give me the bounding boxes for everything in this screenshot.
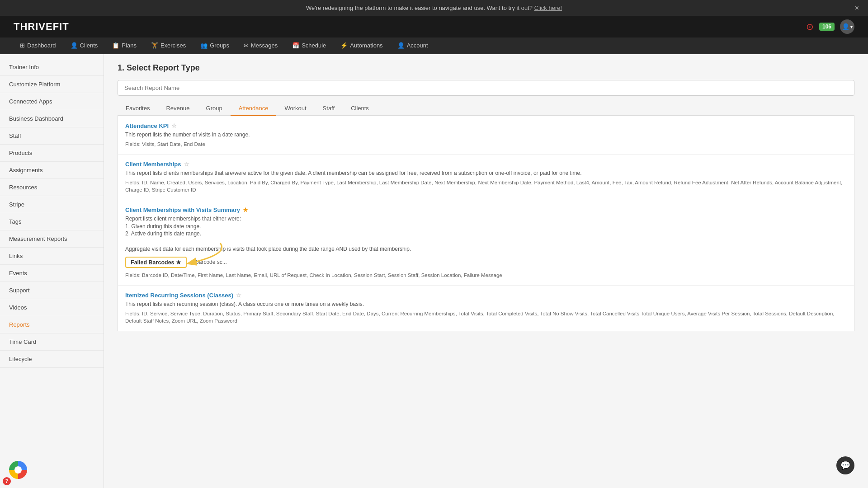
main-navigation: ⊞ Dashboard 👤 Clients 📋 Plans 🏋 Exercise… [0, 38, 868, 54]
tab-workout[interactable]: Workout [276, 101, 314, 116]
automations-icon: ⚡ [340, 42, 348, 49]
report-desc-attendance-kpi: This report lists the number of visits i… [125, 131, 847, 139]
schedule-icon: 📅 [292, 42, 299, 49]
star-client-memberships-visits[interactable]: ★ [243, 206, 248, 213]
nav-item-groups[interactable]: 👥 Groups [194, 38, 236, 54]
announcement-close-button[interactable]: × [855, 4, 859, 12]
nav-item-plans[interactable]: 📋 Plans [106, 38, 143, 54]
top-navigation: THRIVEFIT ⊙ 106 👤 ▾ [0, 16, 868, 38]
nav-item-messages[interactable]: ✉ Messages [237, 38, 284, 54]
reports-list: Attendance KPI ☆ This report lists the n… [118, 116, 854, 331]
report-desc-client-memberships-visits: Report lists client memberships that eit… [125, 215, 847, 253]
page-content: Trainer Info Customize Platform Connecte… [0, 54, 868, 488]
sidebar-item-connected-apps[interactable]: Connected Apps [0, 93, 104, 110]
sidebar-item-links[interactable]: Links [0, 248, 104, 265]
sidebar-item-lifecycle[interactable]: Lifecycle [0, 351, 104, 368]
tab-group[interactable]: Group [198, 101, 231, 116]
account-icon: 👤 [397, 42, 405, 49]
dashboard-icon: ⊞ [20, 42, 25, 49]
top-nav-right: ⊙ 106 👤 ▾ [806, 19, 854, 34]
report-name-itemized-recurring[interactable]: Itemized Recurring Sessions (Classes) ☆ [125, 292, 847, 299]
tab-staff[interactable]: Staff [315, 101, 343, 116]
report-fields-client-memberships-visits: Fields: Barcode ID, Date/Time, First Nam… [125, 272, 847, 279]
nav-item-schedule[interactable]: 📅 Schedule [286, 38, 332, 54]
star-client-memberships[interactable]: ☆ [184, 161, 189, 168]
report-name-client-memberships-visits[interactable]: Client Memberships with Visits Summary ★ [125, 206, 847, 213]
sidebar-item-staff[interactable]: Staff [0, 127, 104, 145]
app-icon-inner [14, 466, 22, 474]
star-itemized-recurring[interactable]: ☆ [236, 292, 241, 299]
tab-clients[interactable]: Clients [343, 101, 377, 116]
nav-item-dashboard[interactable]: ⊞ Dashboard [14, 38, 62, 54]
sidebar-item-stripe[interactable]: Stripe [0, 196, 104, 213]
notification-badge: 106 [819, 23, 835, 31]
report-desc-itemized-recurring: This report lists each recurring session… [125, 300, 847, 308]
tab-revenue[interactable]: Revenue [158, 101, 198, 116]
sidebar-item-products[interactable]: Products [0, 145, 104, 162]
report-item-client-memberships: Client Memberships ☆ This report lists c… [118, 155, 854, 200]
logo: THRIVEFIT [14, 21, 69, 33]
report-fields-itemized-recurring: Fields: ID, Service, Service Type, Durat… [125, 310, 847, 324]
sidebar-item-videos[interactable]: Videos [0, 299, 104, 316]
nav-item-exercises[interactable]: 🏋 Exercises [145, 38, 192, 54]
report-tabs: Favorites Revenue Group Attendance Worko… [118, 101, 854, 116]
nav-item-account[interactable]: 👤 Account [391, 38, 434, 54]
groups-icon: 👥 [200, 42, 208, 49]
app-notification-badge: 7 [3, 477, 11, 485]
main-area: 1. Select Report Type Favorites Revenue … [104, 54, 868, 488]
sidebar-item-resources[interactable]: Resources [0, 179, 104, 196]
report-fields-attendance-kpi: Fields: Visits, Start Date, End Date [125, 141, 847, 148]
report-name-attendance-kpi[interactable]: Attendance KPI ☆ [125, 122, 847, 129]
report-item-itemized-recurring: Itemized Recurring Sessions (Classes) ☆ … [118, 286, 854, 331]
sidebar: Trainer Info Customize Platform Connecte… [0, 54, 104, 488]
alert-icon-button[interactable]: ⊙ [806, 21, 814, 32]
sidebar-item-support[interactable]: Support [0, 282, 104, 299]
sidebar-item-business-dashboard[interactable]: Business Dashboard [0, 110, 104, 127]
clients-icon: 👤 [71, 42, 78, 49]
sidebar-item-time-card[interactable]: Time Card [0, 333, 104, 351]
avatar-icon: 👤 [842, 23, 849, 30]
page-title: 1. Select Report Type [118, 63, 854, 73]
sidebar-item-measurement-reports[interactable]: Measurement Reports [0, 230, 104, 248]
sidebar-item-customize-platform[interactable]: Customize Platform [0, 76, 104, 93]
report-item-attendance-kpi: Attendance KPI ☆ This report lists the n… [118, 116, 854, 155]
report-fields-client-memberships: Fields: ID, Name, Created, Users, Servic… [125, 179, 847, 193]
announcement-text: We're redesigning the platform to make i… [306, 5, 533, 11]
failed-barcodes-section: Failed Barcodes ★ a barcode sc... [125, 257, 847, 268]
announcement-link[interactable]: Click here! [534, 5, 562, 11]
nav-item-clients[interactable]: 👤 Clients [64, 38, 104, 54]
failed-barcodes-extra: a barcode sc... [191, 259, 227, 265]
chat-widget-button[interactable]: 💬 [836, 456, 854, 474]
sidebar-item-reports[interactable]: Reports [0, 316, 104, 333]
report-name-client-memberships[interactable]: Client Memberships ☆ [125, 161, 847, 168]
tab-attendance[interactable]: Attendance [231, 101, 277, 116]
failed-barcodes-button[interactable]: Failed Barcodes ★ [125, 257, 187, 268]
tab-favorites[interactable]: Favorites [118, 101, 158, 116]
nav-item-automations[interactable]: ⚡ Automations [334, 38, 389, 54]
exercises-icon: 🏋 [151, 42, 158, 49]
announcement-bar: We're redesigning the platform to make i… [0, 0, 868, 16]
avatar-chevron: ▾ [850, 24, 853, 29]
report-item-client-memberships-visits: Client Memberships with Visits Summary ★… [118, 200, 854, 286]
sidebar-item-trainer-info[interactable]: Trainer Info [0, 59, 104, 76]
star-attendance-kpi[interactable]: ☆ [171, 122, 177, 129]
messages-icon: ✉ [244, 42, 249, 49]
report-desc-client-memberships: This report lists clients memberships th… [125, 169, 847, 177]
sidebar-item-tags[interactable]: Tags [0, 213, 104, 230]
search-report-input[interactable] [118, 80, 854, 96]
avatar[interactable]: 👤 ▾ [840, 19, 854, 34]
chat-icon: 💬 [840, 460, 850, 470]
sidebar-item-assignments[interactable]: Assignments [0, 162, 104, 179]
chrome-app-icon[interactable] [9, 461, 27, 479]
sidebar-item-events[interactable]: Events [0, 265, 104, 282]
plans-icon: 📋 [112, 42, 119, 49]
